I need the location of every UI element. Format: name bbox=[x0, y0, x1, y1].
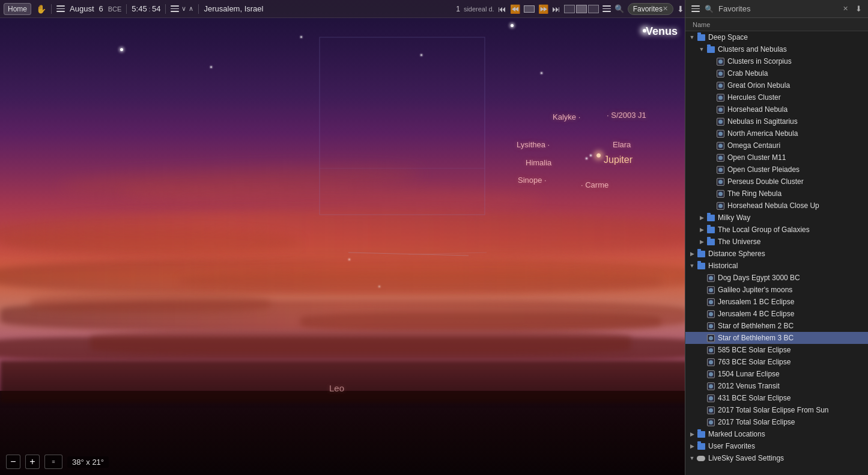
tree-item-clusters-nebulas[interactable]: ▼Clusters and Nebulas bbox=[685, 43, 868, 55]
tree-item-milky-way[interactable]: ▶Milky Way bbox=[685, 212, 868, 224]
tree-item-eclipse-431[interactable]: 431 BCE Solar Eclipse bbox=[685, 392, 868, 404]
s2003-label: · S/2003 J1 bbox=[607, 111, 646, 120]
location-display[interactable]: Jerusalem, Israel bbox=[204, 4, 263, 13]
time-display[interactable]: 5:45 : 54 bbox=[132, 4, 160, 13]
tree-icon-crab-nebula bbox=[715, 69, 725, 78]
day-display[interactable]: 6 bbox=[99, 4, 103, 13]
toolbar-divider-3 bbox=[165, 4, 166, 14]
up-arrow-icon[interactable]: ∧ bbox=[189, 5, 193, 13]
view-btn-2[interactable] bbox=[576, 5, 587, 13]
tree-label-venus-transit-2012: 2012 Venus Transit bbox=[718, 382, 780, 390]
tree-item-jerusalem-4bc[interactable]: Jerusalem 4 BC Eclipse bbox=[685, 308, 868, 320]
tree-label-perseus-double-cluster: Perseus Double Cluster bbox=[727, 177, 804, 186]
panel-favorites-label: Favorites bbox=[718, 4, 750, 13]
skip-back-icon[interactable]: ⏮ bbox=[498, 4, 506, 14]
zoom-out-button[interactable]: − bbox=[6, 455, 20, 469]
tree-item-venus-transit-2012[interactable]: 2012 Venus Transit bbox=[685, 380, 868, 392]
tree-label-jerusalem-4bc: Jerusalem 4 BC Eclipse bbox=[718, 310, 794, 318]
options-icon[interactable] bbox=[171, 5, 179, 12]
tree-arrow-user-favorites[interactable]: ▶ bbox=[688, 443, 696, 449]
tree-arrow-milky-way[interactable]: ▶ bbox=[697, 215, 706, 221]
view-buttons bbox=[564, 5, 599, 13]
star-dot bbox=[541, 72, 542, 74]
hand-icon[interactable]: ✋ bbox=[36, 4, 46, 14]
tree-label-local-group: The Local Group of Galaxies bbox=[718, 225, 810, 234]
menu-icon[interactable] bbox=[56, 5, 65, 12]
panel-header: 🔍 Favorites ✕ ⬇ bbox=[685, 0, 868, 18]
tree-item-ring-nebula[interactable]: The Ring Nebula bbox=[685, 188, 868, 200]
tree-item-clusters-scorpius[interactable]: Clusters in Scorpius bbox=[685, 55, 868, 67]
tree-arrow-deep-space[interactable]: ▼ bbox=[688, 34, 696, 40]
tree-item-the-universe[interactable]: ▶The Universe bbox=[685, 236, 868, 248]
search-box[interactable]: Favorites ✕ bbox=[628, 3, 673, 15]
kalyke-label: Kalyke · bbox=[553, 112, 580, 121]
tree-item-eclipse-2017-total-from-sun[interactable]: 2017 Total Solar Eclipse From Sun bbox=[685, 404, 868, 416]
jupiter-dot bbox=[596, 153, 601, 158]
skip-forward-icon[interactable]: ⏭ bbox=[552, 4, 560, 14]
star-dot bbox=[210, 66, 212, 68]
tree-item-marked-locations[interactable]: ▶Marked Locations bbox=[685, 428, 868, 440]
tree-arrow-distance-spheres[interactable]: ▶ bbox=[688, 251, 696, 257]
tree-arrow-livesky-settings[interactable]: ▼ bbox=[688, 455, 696, 461]
tree-item-eclipse-2017-total[interactable]: 2017 Total Solar Eclipse bbox=[685, 416, 868, 428]
tree-item-perseus-double-cluster[interactable]: Perseus Double Cluster bbox=[685, 176, 868, 188]
step-back-icon[interactable]: ⏪ bbox=[510, 4, 520, 14]
tree-arrow-historical[interactable]: ▼ bbox=[688, 263, 696, 269]
tree-item-livesky-settings[interactable]: ▼LiveSky Saved Settings bbox=[685, 452, 868, 464]
tree-item-eclipse-1504[interactable]: 1504 Lunar Eclipse bbox=[685, 368, 868, 380]
tree-item-distance-spheres[interactable]: ▶Distance Spheres bbox=[685, 248, 868, 260]
tree-item-local-group[interactable]: ▶The Local Group of Galaxies bbox=[685, 224, 868, 236]
tree-arrow-local-group[interactable]: ▶ bbox=[697, 227, 706, 233]
tree-item-deep-space[interactable]: ▼Deep Space bbox=[685, 31, 868, 43]
tree-item-user-favorites[interactable]: ▶User Favorites bbox=[685, 440, 868, 452]
atm-6 bbox=[300, 313, 661, 331]
tree-item-horsehead-nebula[interactable]: Horsehead Nebula bbox=[685, 103, 868, 115]
favorites-panel: 🔍 Favorites ✕ ⬇ Name ▼Deep Space▼Cluster… bbox=[685, 0, 868, 475]
tree-item-hercules-cluster[interactable]: Hercules Cluster bbox=[685, 91, 868, 103]
tree-arrow-the-universe[interactable]: ▶ bbox=[697, 239, 706, 245]
tree-item-north-america-nebula[interactable]: North America Nebula bbox=[685, 127, 868, 139]
favorites-tree[interactable]: ▼Deep Space▼Clusters and NebulasClusters… bbox=[685, 31, 868, 475]
view-btn-3[interactable] bbox=[588, 5, 599, 13]
tree-label-livesky-settings: LiveSky Saved Settings bbox=[708, 454, 784, 462]
tree-item-crab-nebula[interactable]: Crab Nebula bbox=[685, 67, 868, 79]
search-clear-icon[interactable]: ✕ bbox=[663, 5, 668, 13]
tree-item-eclipse-763[interactable]: 763 BCE Solar Eclipse bbox=[685, 356, 868, 368]
zoom-bar-icon[interactable]: ≡ bbox=[44, 455, 62, 469]
view-btn-1[interactable] bbox=[564, 5, 575, 13]
tree-icon-galileo-moons bbox=[706, 285, 715, 295]
home-button[interactable]: Home bbox=[4, 3, 31, 15]
sky-canvas[interactable]: Venus Kalyke · · S/2003 J1 Lysithea · El… bbox=[0, 0, 688, 475]
tree-item-historical[interactable]: ▼Historical bbox=[685, 260, 868, 272]
tree-item-great-orion-nebula[interactable]: Great Orion Nebula bbox=[685, 79, 868, 91]
tree-item-eclipse-585[interactable]: 585 BCE Solar Eclipse bbox=[685, 344, 868, 356]
tree-item-omega-centauri[interactable]: Omega Centauri bbox=[685, 139, 868, 152]
tree-item-open-cluster-pleiades[interactable]: Open Cluster Pleiades bbox=[685, 164, 868, 176]
right-panel-icon[interactable] bbox=[602, 5, 611, 12]
pause-button[interactable] bbox=[524, 5, 535, 13]
down-arrow-icon[interactable]: ∨ bbox=[181, 5, 186, 13]
panel-menu-icon[interactable] bbox=[691, 5, 700, 12]
tree-item-jerusalem-1bc[interactable]: Jerusalem 1 BC Eclipse bbox=[685, 296, 868, 308]
tree-item-galileo-moons[interactable]: Galileo Jupiter's moons bbox=[685, 284, 868, 296]
tree-item-dog-days[interactable]: Dog Days Egypt 3000 BC bbox=[685, 272, 868, 284]
zoom-in-button[interactable]: + bbox=[25, 455, 40, 469]
tree-label-ring-nebula: The Ring Nebula bbox=[727, 189, 782, 198]
download-icon[interactable]: ⬇ bbox=[677, 4, 684, 14]
step-forward-icon[interactable]: ⏩ bbox=[538, 4, 548, 14]
tree-arrow-clusters-nebulas[interactable]: ▼ bbox=[697, 46, 706, 52]
tree-item-star-bethlehem-3bc[interactable]: Star of Bethlehem 3 BC bbox=[685, 332, 868, 344]
month-display[interactable]: August bbox=[70, 4, 94, 13]
tree-arrow-marked-locations[interactable]: ▶ bbox=[688, 431, 696, 437]
tree-item-open-cluster-m11[interactable]: Open Cluster M11 bbox=[685, 152, 868, 164]
tree-item-nebulas-sagittarius[interactable]: Nebulas in Sagittarius bbox=[685, 115, 868, 127]
tree-item-horsehead-close[interactable]: Horsehead Nebula Close Up bbox=[685, 200, 868, 212]
search-icon[interactable]: 🔍 bbox=[615, 4, 624, 13]
tree-icon-marked-locations bbox=[696, 429, 706, 439]
panel-search-clear[interactable]: ✕ bbox=[843, 5, 848, 13]
playback-controls: ∨ ∧ bbox=[171, 5, 193, 13]
tree-icon-eclipse-763 bbox=[706, 357, 715, 367]
tree-item-star-bethlehem-2bc[interactable]: Star of Bethlehem 2 BC bbox=[685, 320, 868, 332]
panel-search-icon[interactable]: 🔍 bbox=[705, 5, 714, 13]
panel-download-icon[interactable]: ⬇ bbox=[855, 4, 862, 13]
